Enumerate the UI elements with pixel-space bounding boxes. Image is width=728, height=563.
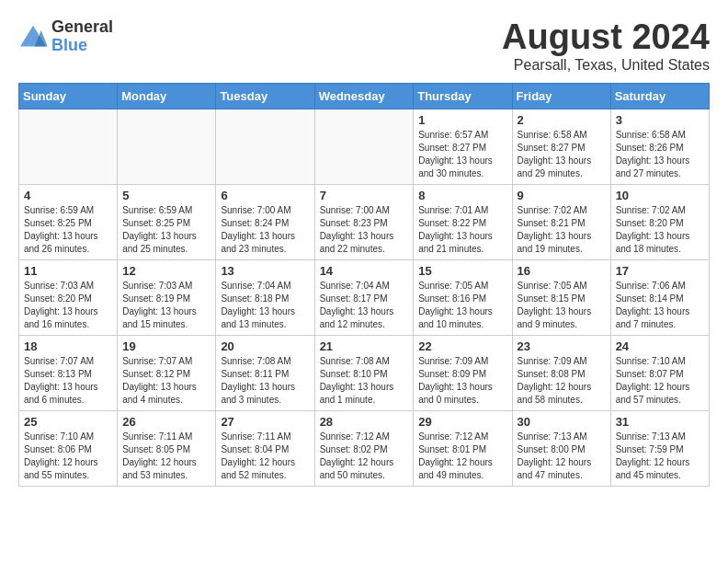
calendar-day-cell: 21Sunrise: 7:08 AMSunset: 8:10 PMDayligh… xyxy=(314,335,414,410)
day-info: Sunrise: 7:11 AMSunset: 8:04 PMDaylight:… xyxy=(221,431,309,482)
calendar-week-row: 11Sunrise: 7:03 AMSunset: 8:20 PMDayligh… xyxy=(19,259,710,335)
calendar-day-cell: 4Sunrise: 6:59 AMSunset: 8:25 PMDaylight… xyxy=(19,184,118,259)
day-number: 24 xyxy=(616,339,704,353)
day-info: Sunrise: 7:03 AMSunset: 8:19 PMDaylight:… xyxy=(122,280,210,331)
day-info: Sunrise: 7:12 AMSunset: 8:02 PMDaylight:… xyxy=(320,431,409,482)
day-number: 6 xyxy=(221,189,309,202)
logo-text: General Blue xyxy=(51,18,113,55)
day-number: 21 xyxy=(320,339,409,353)
day-info: Sunrise: 7:06 AMSunset: 8:14 PMDaylight:… xyxy=(616,280,704,331)
calendar-day-cell: 13Sunrise: 7:04 AMSunset: 8:18 PMDayligh… xyxy=(216,259,314,335)
day-info: Sunrise: 7:05 AMSunset: 8:16 PMDaylight:… xyxy=(418,280,506,331)
weekday-header: Friday xyxy=(512,83,610,109)
day-info: Sunrise: 7:04 AMSunset: 8:18 PMDaylight:… xyxy=(221,280,309,331)
day-info: Sunrise: 7:02 AMSunset: 8:21 PMDaylight:… xyxy=(518,204,606,256)
calendar-day-cell: 30Sunrise: 7:13 AMSunset: 8:00 PMDayligh… xyxy=(512,410,610,486)
day-info: Sunrise: 7:03 AMSunset: 8:20 PMDaylight:… xyxy=(24,280,112,331)
calendar-day-cell xyxy=(19,109,118,184)
day-number: 16 xyxy=(518,264,606,278)
day-number: 2 xyxy=(518,113,606,127)
calendar-day-cell: 23Sunrise: 7:09 AMSunset: 8:08 PMDayligh… xyxy=(512,335,610,410)
calendar-day-cell: 5Sunrise: 6:59 AMSunset: 8:25 PMDaylight… xyxy=(118,184,216,259)
calendar-day-cell: 27Sunrise: 7:11 AMSunset: 8:04 PMDayligh… xyxy=(216,410,314,486)
day-number: 23 xyxy=(518,339,606,353)
calendar-day-cell xyxy=(216,109,314,184)
day-info: Sunrise: 7:01 AMSunset: 8:22 PMDaylight:… xyxy=(418,204,506,256)
weekday-header: Saturday xyxy=(610,83,709,109)
calendar-week-row: 18Sunrise: 7:07 AMSunset: 8:13 PMDayligh… xyxy=(19,335,710,410)
weekday-header: Wednesday xyxy=(314,83,414,109)
day-info: Sunrise: 7:08 AMSunset: 8:11 PMDaylight:… xyxy=(221,355,309,407)
calendar-day-cell: 24Sunrise: 7:10 AMSunset: 8:07 PMDayligh… xyxy=(610,335,709,410)
day-info: Sunrise: 7:02 AMSunset: 8:20 PMDaylight:… xyxy=(616,204,704,256)
day-number: 18 xyxy=(24,339,112,353)
day-number: 31 xyxy=(616,415,704,429)
day-info: Sunrise: 6:58 AMSunset: 8:26 PMDaylight:… xyxy=(616,129,704,180)
day-number: 29 xyxy=(418,415,506,429)
calendar-day-cell: 3Sunrise: 6:58 AMSunset: 8:26 PMDaylight… xyxy=(610,109,709,184)
calendar-day-cell: 18Sunrise: 7:07 AMSunset: 8:13 PMDayligh… xyxy=(19,335,118,410)
day-number: 11 xyxy=(24,264,112,278)
day-number: 8 xyxy=(418,189,506,202)
day-info: Sunrise: 7:00 AMSunset: 8:23 PMDaylight:… xyxy=(320,204,409,256)
day-info: Sunrise: 7:12 AMSunset: 8:01 PMDaylight:… xyxy=(418,431,506,482)
weekday-header: Sunday xyxy=(19,83,118,109)
weekday-header: Tuesday xyxy=(216,83,314,109)
logo-icon xyxy=(18,24,48,50)
calendar-day-cell: 7Sunrise: 7:00 AMSunset: 8:23 PMDaylight… xyxy=(314,184,414,259)
day-number: 13 xyxy=(221,264,309,278)
day-info: Sunrise: 7:09 AMSunset: 8:08 PMDaylight:… xyxy=(518,355,606,407)
day-info: Sunrise: 7:07 AMSunset: 8:12 PMDaylight:… xyxy=(122,355,210,407)
day-info: Sunrise: 6:58 AMSunset: 8:27 PMDaylight:… xyxy=(518,129,606,180)
logo: General Blue xyxy=(18,18,113,55)
day-number: 15 xyxy=(418,264,506,278)
calendar-day-cell: 29Sunrise: 7:12 AMSunset: 8:01 PMDayligh… xyxy=(414,410,512,486)
logo-general: General xyxy=(51,18,113,37)
day-info: Sunrise: 7:13 AMSunset: 8:00 PMDaylight:… xyxy=(518,431,606,482)
day-info: Sunrise: 6:59 AMSunset: 8:25 PMDaylight:… xyxy=(24,204,112,256)
day-number: 9 xyxy=(518,189,606,202)
calendar-day-cell: 11Sunrise: 7:03 AMSunset: 8:20 PMDayligh… xyxy=(19,259,118,335)
calendar-day-cell xyxy=(314,109,414,184)
calendar-day-cell: 31Sunrise: 7:13 AMSunset: 7:59 PMDayligh… xyxy=(610,410,709,486)
day-number: 14 xyxy=(320,264,409,278)
day-number: 30 xyxy=(518,415,606,429)
calendar: SundayMondayTuesdayWednesdayThursdayFrid… xyxy=(18,83,710,487)
calendar-day-cell: 22Sunrise: 7:09 AMSunset: 8:09 PMDayligh… xyxy=(414,335,512,410)
weekday-header: Thursday xyxy=(414,83,512,109)
day-number: 12 xyxy=(122,264,210,278)
calendar-day-cell: 14Sunrise: 7:04 AMSunset: 8:17 PMDayligh… xyxy=(314,259,414,335)
weekday-header: Monday xyxy=(118,83,216,109)
day-number: 28 xyxy=(320,415,409,429)
weekday-header-row: SundayMondayTuesdayWednesdayThursdayFrid… xyxy=(19,83,710,109)
day-number: 17 xyxy=(616,264,704,278)
calendar-day-cell: 2Sunrise: 6:58 AMSunset: 8:27 PMDaylight… xyxy=(512,109,610,184)
logo-blue: Blue xyxy=(51,37,113,55)
day-number: 27 xyxy=(221,415,309,429)
day-info: Sunrise: 7:11 AMSunset: 8:05 PMDaylight:… xyxy=(122,431,210,482)
day-info: Sunrise: 7:10 AMSunset: 8:07 PMDaylight:… xyxy=(616,355,704,407)
subtitle: Pearsall, Texas, United States xyxy=(502,57,710,74)
day-info: Sunrise: 7:08 AMSunset: 8:10 PMDaylight:… xyxy=(320,355,409,407)
calendar-day-cell: 16Sunrise: 7:05 AMSunset: 8:15 PMDayligh… xyxy=(512,259,610,335)
calendar-day-cell: 8Sunrise: 7:01 AMSunset: 8:22 PMDaylight… xyxy=(414,184,512,259)
day-number: 3 xyxy=(616,113,704,127)
day-info: Sunrise: 7:13 AMSunset: 7:59 PMDaylight:… xyxy=(616,431,704,482)
day-info: Sunrise: 6:57 AMSunset: 8:27 PMDaylight:… xyxy=(418,129,506,180)
main-title: August 2024 xyxy=(502,18,710,57)
calendar-day-cell: 9Sunrise: 7:02 AMSunset: 8:21 PMDaylight… xyxy=(512,184,610,259)
title-area: August 2024 Pearsall, Texas, United Stat… xyxy=(502,18,710,74)
day-info: Sunrise: 7:07 AMSunset: 8:13 PMDaylight:… xyxy=(24,355,112,407)
page-header: General Blue August 2024 Pearsall, Texas… xyxy=(18,18,710,74)
calendar-day-cell: 17Sunrise: 7:06 AMSunset: 8:14 PMDayligh… xyxy=(610,259,709,335)
day-number: 26 xyxy=(122,415,210,429)
calendar-week-row: 1Sunrise: 6:57 AMSunset: 8:27 PMDaylight… xyxy=(19,109,710,184)
calendar-day-cell: 15Sunrise: 7:05 AMSunset: 8:16 PMDayligh… xyxy=(414,259,512,335)
day-number: 25 xyxy=(24,415,112,429)
day-number: 20 xyxy=(221,339,309,353)
calendar-week-row: 25Sunrise: 7:10 AMSunset: 8:06 PMDayligh… xyxy=(19,410,710,486)
calendar-day-cell: 25Sunrise: 7:10 AMSunset: 8:06 PMDayligh… xyxy=(19,410,118,486)
calendar-week-row: 4Sunrise: 6:59 AMSunset: 8:25 PMDaylight… xyxy=(19,184,710,259)
day-info: Sunrise: 7:10 AMSunset: 8:06 PMDaylight:… xyxy=(24,431,112,482)
day-number: 4 xyxy=(24,189,112,202)
